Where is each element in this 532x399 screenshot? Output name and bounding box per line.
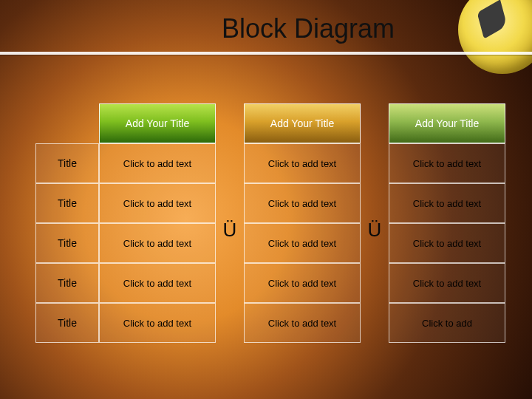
row-label[interactable]: Title — [35, 183, 99, 223]
table-cell[interactable]: Click to add text — [99, 223, 216, 263]
arrow-gap-1: Ü — [216, 103, 244, 343]
table-cell[interactable]: Click to add — [389, 303, 505, 343]
arrow-gap-2: Ü — [361, 103, 389, 343]
column-header[interactable]: Add Your Title — [99, 103, 216, 143]
table-cell[interactable]: Click to add text — [389, 143, 505, 183]
row-labels-spacer — [35, 103, 99, 143]
table-cell[interactable]: Click to add text — [244, 223, 361, 263]
table-cell[interactable]: Click to add text — [244, 183, 361, 223]
table-cell[interactable]: Click to add text — [244, 303, 361, 343]
column-header[interactable]: Add Your Title — [244, 103, 361, 143]
corner-decoration — [458, 0, 532, 74]
row-labels-column: Title Title Title Title Title — [35, 103, 99, 343]
row-label[interactable]: Title — [35, 143, 99, 183]
block-diagram: Title Title Title Title Title Add Your T… — [35, 103, 505, 343]
table-cell[interactable]: Click to add text — [389, 223, 505, 263]
column-2: Add Your Title Click to add text Click t… — [244, 103, 361, 343]
table-cell[interactable]: Click to add text — [389, 183, 505, 223]
arrow-icon: Ü — [368, 219, 382, 242]
table-cell[interactable]: Click to add text — [99, 303, 216, 343]
table-cell[interactable]: Click to add text — [244, 263, 361, 303]
table-cell[interactable]: Click to add text — [244, 143, 361, 183]
row-label[interactable]: Title — [35, 263, 99, 303]
row-label[interactable]: Title — [35, 223, 99, 263]
column-3: Add Your Title Click to add text Click t… — [389, 103, 505, 343]
table-cell[interactable]: Click to add text — [99, 143, 216, 183]
title-underline — [0, 52, 532, 55]
table-cell[interactable]: Click to add text — [99, 263, 216, 303]
arrow-icon: Ü — [223, 219, 237, 242]
table-cell[interactable]: Click to add text — [389, 263, 505, 303]
page-title: Block Diagram — [222, 13, 395, 44]
column-header[interactable]: Add Your Title — [389, 103, 505, 143]
column-1: Add Your Title Click to add text Click t… — [99, 103, 216, 343]
table-cell[interactable]: Click to add text — [99, 183, 216, 223]
row-label[interactable]: Title — [35, 303, 99, 343]
